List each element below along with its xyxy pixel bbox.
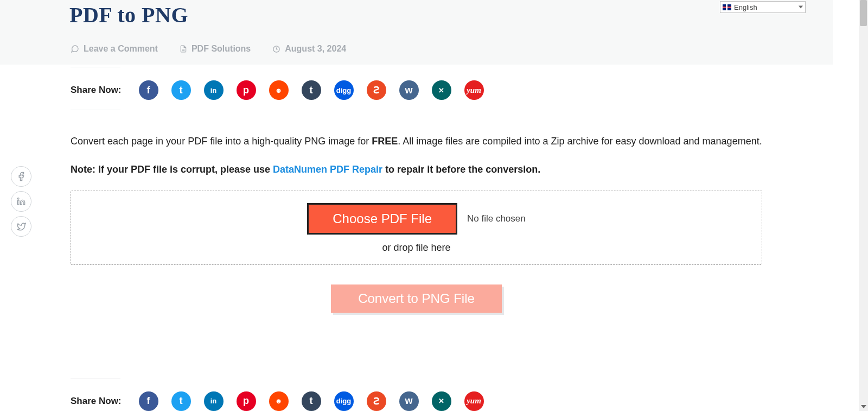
share-vk-icon[interactable]: w bbox=[399, 80, 419, 100]
share-tumblr-icon[interactable]: t bbox=[302, 80, 321, 100]
clock-icon bbox=[272, 45, 280, 53]
share-twitter-icon[interactable]: t bbox=[171, 80, 191, 100]
language-selector[interactable]: English bbox=[720, 1, 806, 13]
floating-social bbox=[11, 166, 31, 237]
date-label: August 3, 2024 bbox=[285, 44, 346, 54]
svg-rect-3 bbox=[17, 200, 19, 205]
share-yummly-icon[interactable]: yum bbox=[464, 391, 484, 411]
comment-label: Leave a Comment bbox=[84, 44, 158, 54]
share-xing-icon[interactable]: ✕ bbox=[432, 391, 451, 411]
share-pinterest-icon[interactable]: p bbox=[237, 80, 256, 100]
share-reddit-icon[interactable]: ☻ bbox=[269, 80, 289, 100]
flag-uk-icon bbox=[723, 4, 731, 10]
float-linkedin-icon[interactable] bbox=[11, 191, 31, 212]
share-row-bottom: Share Now: ftinp☻tdiggƧw✕yum bbox=[71, 378, 762, 411]
share-label: Share Now: bbox=[71, 396, 122, 407]
category-link[interactable]: PDF Solutions bbox=[180, 44, 251, 54]
share-vk-icon[interactable]: w bbox=[399, 391, 419, 411]
share-row-top: Share Now: ftinp☻tdiggƧw✕yum bbox=[71, 67, 762, 110]
divider bbox=[71, 110, 120, 110]
chevron-down-icon bbox=[799, 6, 803, 9]
file-chosen-status: No file chosen bbox=[467, 213, 526, 224]
share-label: Share Now: bbox=[71, 85, 122, 96]
language-label: English bbox=[734, 3, 757, 11]
share-reddit-icon[interactable]: ☻ bbox=[269, 391, 289, 411]
convert-button[interactable]: Convert to PNG File bbox=[331, 284, 502, 313]
comment-icon bbox=[71, 45, 79, 53]
share-yummly-icon[interactable]: yum bbox=[464, 80, 484, 100]
share-stumbleupon-icon[interactable]: Ƨ bbox=[367, 391, 386, 411]
document-icon bbox=[180, 45, 187, 53]
choose-file-button[interactable]: Choose PDF File bbox=[307, 203, 457, 235]
date-meta: August 3, 2024 bbox=[272, 44, 346, 54]
comment-link[interactable]: Leave a Comment bbox=[71, 44, 158, 54]
share-digg-icon[interactable]: digg bbox=[334, 80, 354, 100]
float-twitter-icon[interactable] bbox=[11, 216, 31, 237]
page-title: PDF to PNG bbox=[69, 2, 762, 28]
share-linkedin-icon[interactable]: in bbox=[204, 391, 224, 411]
dropzone-hint: or drop file here bbox=[76, 242, 756, 254]
file-dropzone[interactable]: Choose PDF File No file chosen or drop f… bbox=[71, 191, 762, 265]
category-label: PDF Solutions bbox=[192, 44, 251, 54]
svg-point-4 bbox=[17, 198, 19, 199]
share-stumbleupon-icon[interactable]: Ƨ bbox=[367, 80, 386, 100]
share-facebook-icon[interactable]: f bbox=[139, 80, 158, 100]
share-linkedin-icon[interactable]: in bbox=[204, 80, 224, 100]
scrollbar-thumb[interactable] bbox=[860, 0, 867, 26]
vertical-scrollbar[interactable] bbox=[859, 0, 868, 411]
share-digg-icon[interactable]: digg bbox=[334, 391, 354, 411]
pdf-repair-link[interactable]: DataNumen PDF Repair bbox=[273, 164, 382, 175]
share-xing-icon[interactable]: ✕ bbox=[432, 80, 451, 100]
share-pinterest-icon[interactable]: p bbox=[237, 391, 256, 411]
share-facebook-icon[interactable]: f bbox=[139, 391, 158, 411]
intro-paragraph: Convert each page in your PDF file into … bbox=[71, 134, 762, 149]
note-paragraph: Note: If your PDF file is corrupt, pleas… bbox=[71, 162, 762, 178]
share-twitter-icon[interactable]: t bbox=[171, 391, 191, 411]
post-meta: Leave a Comment PDF Solutions August 3, … bbox=[71, 44, 762, 54]
float-facebook-icon[interactable] bbox=[11, 166, 31, 187]
scroll-down-icon[interactable] bbox=[859, 402, 868, 411]
share-tumblr-icon[interactable]: t bbox=[302, 391, 321, 411]
